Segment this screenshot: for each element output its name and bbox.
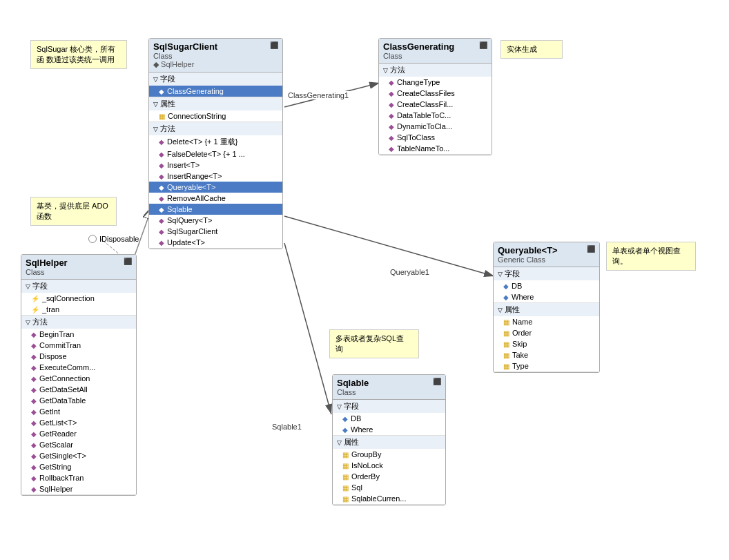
method-icon: ◆ xyxy=(159,162,164,169)
sqlhelper-method-sqlhelper[interactable]: ◆ SqlHelper xyxy=(21,483,136,494)
sqlhelper-method-getdatatable[interactable]: ◆ GetDataTable xyxy=(21,395,136,406)
queryablet-prop-skip[interactable]: ▦ Skip xyxy=(494,338,599,349)
sqlable-title: Sqlable xyxy=(337,378,369,388)
queryablet-expand-icon[interactable]: ⬛ xyxy=(587,245,595,253)
sqlsugarclient-header: SqlSugarClient Class ◆ SqlHelper ⬛ xyxy=(149,39,282,73)
method-icon: ◆ xyxy=(159,206,164,213)
sqlhelper-method-getdatasetall[interactable]: ◆ GetDataSetAll xyxy=(21,384,136,395)
method-icon: ◆ xyxy=(389,145,394,153)
sqlhelper-header: SqlHelper Class ⬛ xyxy=(21,255,136,280)
sqlhelper-method-getreader[interactable]: ◆ GetReader xyxy=(21,428,136,439)
sqlhelper-method-begintran[interactable]: ◆ BeginTran xyxy=(21,329,136,340)
sqlhelper-method-rollbacktran[interactable]: ◆ RollbackTran xyxy=(21,472,136,483)
method-insertrange[interactable]: ◆ InsertRange<T> xyxy=(149,171,282,182)
sqlsugarclient-prop-connstr[interactable]: ▦ ConnectionString xyxy=(149,110,282,122)
classgen-method-datatabletoc[interactable]: ◆ DataTableToC... xyxy=(379,110,492,121)
sqlable-prop-groupby[interactable]: ▦ GroupBy xyxy=(333,449,445,460)
queryablet-title: Queryable<T> xyxy=(498,245,558,255)
sqlsugarclient-fields-label: 字段 xyxy=(160,74,175,84)
method-icon: ◆ xyxy=(31,485,37,493)
svg-line-5 xyxy=(284,243,331,414)
sqlhelper-method-executecomm[interactable]: ◆ ExecuteComm... xyxy=(21,362,136,373)
queryablet-field-where[interactable]: ◆ Where xyxy=(494,291,599,302)
method-sqlsugarclient[interactable]: ◆ SqlSugarClient xyxy=(149,226,282,237)
method-icon: ◆ xyxy=(31,331,37,338)
sqlhelper-method-committran[interactable]: ◆ CommitTran xyxy=(21,340,136,351)
classgen-method-tablenameto[interactable]: ◆ TableNameTo... xyxy=(379,143,492,154)
sqlable-field-where[interactable]: ◆ Where xyxy=(333,424,445,435)
queryablet-prop-order[interactable]: ▦ Order xyxy=(494,327,599,338)
queryablet-props-header: ▽ 属性 xyxy=(494,303,599,316)
note-queryable-text: 单表或者单个视图查询。 xyxy=(612,247,681,265)
sqlsugarclient-title: SqlSugarClient xyxy=(153,41,217,52)
sqlhelper-field-tran[interactable]: ⚡ _tran xyxy=(21,304,136,315)
method-icon: ◆ xyxy=(389,123,394,131)
queryablet-prop-type[interactable]: ▦ Type xyxy=(494,360,599,371)
uml-box-queryablet: Queryable<T> Generic Class ⬛ ▽ 字段 ◆ DB ◆… xyxy=(493,242,600,373)
field-icon: ⚡ xyxy=(31,295,39,302)
property-icon: ▦ xyxy=(159,113,165,120)
field-icon: ◆ xyxy=(503,282,509,290)
method-icon: ◆ xyxy=(31,342,37,349)
method-delete[interactable]: ◆ Delete<T> {+ 1 重载} xyxy=(149,135,282,148)
sqlsugarclient-field-classgen[interactable]: ◆ ClassGenerating xyxy=(149,86,282,97)
sqlable-prop-sqlablecurren[interactable]: ▦ SqlableCurren... xyxy=(333,493,445,504)
method-removeallcache[interactable]: ◆ RemoveAllCache xyxy=(149,193,282,204)
method-icon: ◆ xyxy=(31,463,37,471)
method-icon: ◆ xyxy=(31,386,37,394)
method-icon: ◆ xyxy=(389,134,394,142)
queryablet-fields-header: ▽ 字段 xyxy=(494,267,599,280)
queryablet-fields-label: 字段 xyxy=(505,269,520,279)
sqlable-expand-icon[interactable]: ⬛ xyxy=(433,378,441,385)
sqlable-fields-section: ▽ 字段 ◆ DB ◆ Where xyxy=(333,400,445,436)
sqlhelper-method-getsinglet[interactable]: ◆ GetSingle<T> xyxy=(21,450,136,461)
method-sqlable[interactable]: ◆ Sqlable xyxy=(149,204,282,215)
queryablet-props-label: 属性 xyxy=(505,305,520,315)
sqlsugarclient-methods-label: 方法 xyxy=(160,124,175,134)
classgen-method-changetype[interactable]: ◆ ChangeType xyxy=(379,77,492,88)
classgen-method-createclassfil[interactable]: ◆ CreateClassFil... xyxy=(379,99,492,110)
sqlhelper-expand-icon[interactable]: ⬛ xyxy=(124,258,132,265)
property-icon: ▦ xyxy=(503,363,509,370)
note-queryable: 单表或者单个视图查询。 xyxy=(606,242,696,271)
method-icon: ◆ xyxy=(31,441,37,449)
sqlable-props-label: 属性 xyxy=(344,437,359,447)
field-icon: ◆ xyxy=(342,426,348,434)
queryablet-prop-name[interactable]: ▦ Name xyxy=(494,316,599,327)
label-sqlable1: Sqlable1 xyxy=(271,423,303,431)
sqlhelper-method-getconnection[interactable]: ◆ GetConnection xyxy=(21,373,136,384)
sqlhelper-method-getint[interactable]: ◆ GetInt xyxy=(21,406,136,417)
sqlsugarclient-props-header: ▽ 属性 xyxy=(149,97,282,110)
sqlhelper-field-sqlconn[interactable]: ⚡ _sqlConnection xyxy=(21,293,136,304)
note-sqlsugar-text: SqlSugar 核心类，所有函 数通过该类统一调用 xyxy=(37,45,115,64)
sqlable-prop-orderby[interactable]: ▦ OrderBy xyxy=(333,471,445,482)
method-update[interactable]: ◆ Update<T> xyxy=(149,237,282,248)
interface-idisposable: IDisposable xyxy=(88,235,139,243)
method-sqlquery[interactable]: ◆ SqlQuery<T> xyxy=(149,215,282,226)
sqlhelper-method-getscalar[interactable]: ◆ GetScalar xyxy=(21,439,136,450)
queryablet-field-db[interactable]: ◆ DB xyxy=(494,280,599,291)
sqlhelper-method-getstring[interactable]: ◆ GetString xyxy=(21,461,136,472)
sqlable-props-header: ▽ 属性 xyxy=(333,436,445,449)
method-falsedelete[interactable]: ◆ FalseDelete<T> {+ 1 ... xyxy=(149,148,282,160)
sqlhelper-title: SqlHelper xyxy=(26,258,68,268)
field-icon: ⚡ xyxy=(31,306,39,313)
property-icon: ▦ xyxy=(503,340,509,348)
method-insert[interactable]: ◆ Insert<T> xyxy=(149,160,282,171)
method-queryable[interactable]: ◆ Queryable<T> xyxy=(149,182,282,193)
field-icon: ◆ xyxy=(342,415,348,423)
sqlhelper-method-dispose[interactable]: ◆ Dispose xyxy=(21,351,136,362)
classgen-method-sqltoclass[interactable]: ◆ SqlToClass xyxy=(379,132,492,143)
classgen-method-createclassfiles[interactable]: ◆ CreateClassFiles xyxy=(379,88,492,99)
sqlhelper-method-getlistt[interactable]: ◆ GetList<T> xyxy=(21,417,136,428)
classgen-method-dynamictocla[interactable]: ◆ DynamicToCla... xyxy=(379,121,492,132)
property-icon: ▦ xyxy=(503,351,509,359)
queryablet-header: Queryable<T> Generic Class ⬛ xyxy=(494,242,599,267)
sqlable-prop-isnolock[interactable]: ▦ IsNoLock xyxy=(333,460,445,471)
sqlable-prop-sql[interactable]: ▦ Sql xyxy=(333,482,445,493)
queryablet-prop-take[interactable]: ▦ Take xyxy=(494,349,599,360)
sqlsugarclient-expand-icon[interactable]: ⬛ xyxy=(270,41,278,49)
sqlable-field-db[interactable]: ◆ DB xyxy=(333,413,445,424)
classgen-expand-icon[interactable]: ⬛ xyxy=(479,41,487,49)
property-icon: ▦ xyxy=(342,473,349,481)
